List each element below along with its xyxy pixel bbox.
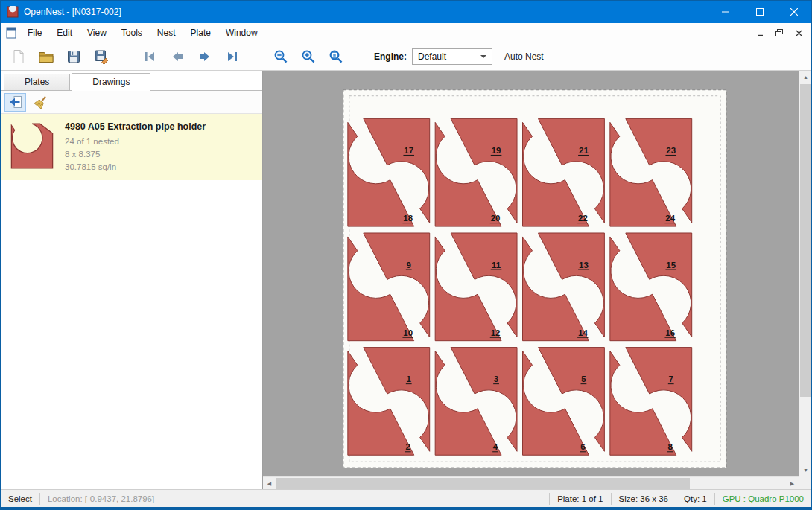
mdi-close-button[interactable]	[790, 26, 807, 39]
part-label: 21	[578, 146, 589, 155]
part-meta: 4980 A05 Extraction pipe holder 24 of 1 …	[65, 121, 206, 173]
part-label: 18	[402, 214, 413, 223]
zoom-out-button[interactable]	[269, 45, 293, 68]
part-label: 17	[403, 146, 414, 155]
part-label: 2	[405, 442, 411, 451]
clear-button[interactable]	[30, 93, 51, 112]
zoom-fit-button[interactable]	[324, 45, 348, 68]
status-qty: Qty: 1	[676, 494, 714, 503]
mdi-restore-icon	[775, 29, 783, 36]
auto-nest-button[interactable]: Auto Nest	[504, 51, 544, 62]
close-button[interactable]	[777, 1, 811, 23]
part-number: 10	[403, 328, 413, 337]
status-location: Location: [-0.9437, 21.8796]	[40, 494, 162, 503]
part-area: 30.7815 sq/in	[65, 161, 206, 173]
page-arrow-icon	[8, 95, 23, 109]
part-number: 11	[492, 261, 501, 270]
last-arrow-icon	[225, 49, 240, 64]
next-arrow-icon	[197, 49, 212, 64]
scroll-up-icon[interactable]: ▲	[799, 71, 812, 83]
part-number: 19	[492, 146, 501, 155]
part-label: 1	[406, 374, 412, 383]
menu-file[interactable]: File	[20, 28, 49, 38]
menu-view[interactable]: View	[80, 28, 114, 38]
mdi-controls	[752, 26, 811, 39]
part-label: 7	[668, 374, 674, 383]
previous-arrow-icon	[170, 49, 185, 64]
sidebar-toolbar	[1, 91, 262, 114]
tab-plates[interactable]: Plates	[4, 74, 70, 90]
part-label: 12	[490, 328, 501, 337]
part-number: 15	[666, 261, 676, 270]
window-title: OpenNest - [N0317-002]	[24, 7, 121, 17]
part-number: 4	[493, 442, 498, 451]
tab-drawings[interactable]: Drawings	[72, 73, 150, 91]
scrollbar-corner	[799, 476, 811, 489]
part-number: 7	[669, 374, 673, 383]
status-gpu: GPU : Quadro P1000	[715, 494, 811, 503]
mdi-minimize-button[interactable]	[752, 26, 768, 39]
part-label: 24	[664, 214, 676, 223]
open-folder-icon	[39, 49, 54, 64]
part-label: 20	[490, 214, 501, 223]
part-label: 15	[665, 261, 676, 270]
part-nested-info: 24 of 1 nested	[65, 136, 206, 148]
document-icon	[5, 27, 17, 39]
menu-plate[interactable]: Plate	[183, 28, 218, 38]
minimize-button[interactable]	[708, 1, 743, 23]
menubar: FileEditViewToolsNestPlateWindow	[1, 23, 811, 42]
horizontal-scroll-thumb[interactable]	[276, 478, 690, 489]
drawing-list-item[interactable]: 4980 A05 Extraction pipe holder 24 of 1 …	[1, 114, 262, 180]
part-number: 6	[580, 442, 585, 451]
first-plate-button[interactable]	[138, 45, 162, 68]
sidebar-tabs: Plates Drawings	[1, 71, 262, 91]
new-document-icon	[11, 49, 26, 64]
nest-viewport[interactable]: 171819202122232491011121314151612345678	[263, 71, 799, 476]
menu-window[interactable]: Window	[218, 28, 265, 38]
last-plate-button[interactable]	[221, 45, 244, 68]
part-label: 6	[580, 442, 586, 451]
part-number: 17	[404, 146, 413, 155]
menu-tools[interactable]: Tools	[114, 28, 150, 38]
mdi-minimize-icon	[757, 30, 764, 36]
part-label: 13	[578, 261, 589, 270]
next-plate-button[interactable]	[193, 45, 217, 68]
toolbar: Engine: Default Auto Nest	[1, 42, 811, 71]
part-number: 22	[578, 214, 588, 223]
zoom-in-button[interactable]	[296, 45, 320, 68]
drawings-list: 4980 A05 Extraction pipe holder 24 of 1 …	[1, 114, 262, 489]
vertical-scroll-thumb[interactable]	[800, 84, 811, 397]
part-number: 16	[665, 328, 675, 337]
part-label: 19	[491, 146, 502, 155]
app-icon	[7, 6, 19, 18]
previous-plate-button[interactable]	[165, 45, 189, 68]
engine-value: Default	[418, 51, 446, 62]
open-button[interactable]	[34, 45, 58, 68]
app-window: OpenNest - [N0317-002] FileEditViewTools…	[0, 0, 812, 510]
scroll-left-icon[interactable]: ◀	[263, 477, 276, 490]
part-label: 10	[402, 328, 413, 337]
engine-select[interactable]: Default	[412, 48, 492, 65]
save-icon	[66, 49, 81, 64]
menu-edit[interactable]: Edit	[49, 28, 80, 38]
status-mode: Select	[1, 494, 39, 503]
scroll-right-icon[interactable]: ▶	[786, 477, 799, 490]
save-edit-button[interactable]	[89, 45, 113, 68]
part-number: 1	[407, 374, 412, 383]
vertical-scrollbar[interactable]: ▲ ▼	[799, 71, 811, 476]
save-button[interactable]	[62, 45, 86, 68]
part-label: 22	[577, 214, 589, 223]
mdi-restore-button[interactable]	[771, 26, 787, 39]
main-area: Plates Drawings 4980 A05 Extraction pip	[1, 71, 811, 489]
part-thumbnail	[8, 121, 56, 171]
maximize-button[interactable]	[743, 1, 777, 23]
menu-nest[interactable]: Nest	[150, 28, 183, 38]
send-to-nest-button[interactable]	[4, 93, 26, 112]
first-arrow-icon	[142, 49, 157, 64]
scroll-down-icon[interactable]: ▼	[799, 464, 812, 476]
maximize-icon	[756, 8, 764, 16]
part-label: 16	[664, 328, 676, 337]
horizontal-scrollbar[interactable]: ◀ ▶	[263, 476, 799, 489]
new-button[interactable]	[7, 45, 31, 68]
zoom-fit-icon	[329, 49, 343, 64]
